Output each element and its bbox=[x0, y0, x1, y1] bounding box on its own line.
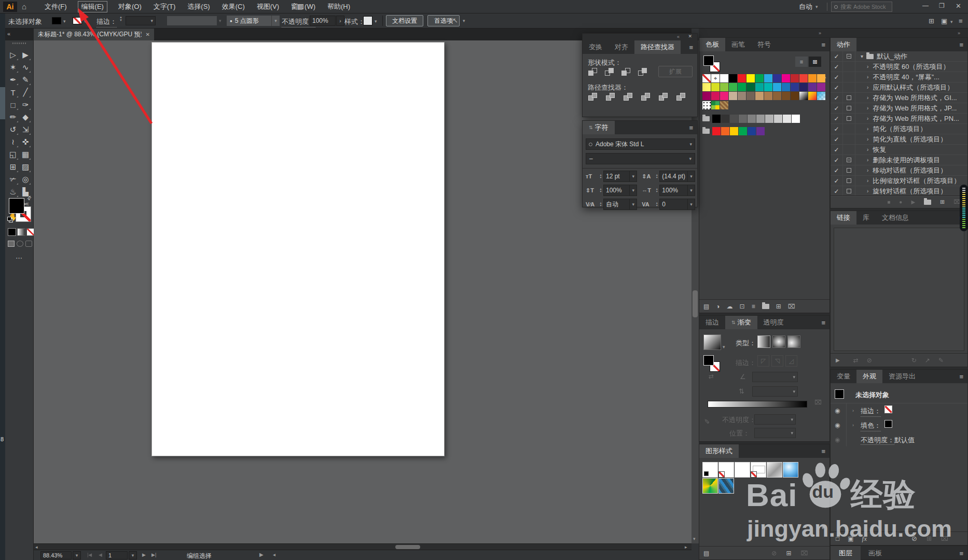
graphic-style-two-none[interactable] bbox=[751, 462, 766, 478]
appearance-stroke-swatch[interactable] bbox=[884, 405, 892, 413]
chevron-left-icon[interactable]: ◂ bbox=[273, 552, 275, 557]
panel-cycle-icon[interactable]: ⇅ bbox=[589, 125, 593, 130]
stepper-down-icon[interactable]: ▾ bbox=[598, 176, 603, 179]
panel-menu-icon[interactable]: ≡ bbox=[959, 550, 963, 557]
zoom-dropdown[interactable]: ▾ bbox=[73, 551, 81, 559]
action-dialog-toggle[interactable] bbox=[843, 124, 855, 134]
style-libraries-icon[interactable]: ▤ bbox=[703, 550, 709, 557]
swatch[interactable] bbox=[799, 74, 808, 82]
collapse-dock-icon[interactable]: » bbox=[819, 31, 821, 36]
width-tool[interactable]: ≀ bbox=[7, 136, 19, 148]
swatch[interactable] bbox=[720, 92, 728, 100]
new-style-icon[interactable]: ⊞ bbox=[786, 550, 791, 557]
action-item[interactable]: ›删除未使用的调板项目 bbox=[855, 155, 967, 165]
prev-artboard-icon[interactable]: ◀ bbox=[99, 552, 102, 557]
opacity-field[interactable]: 100% bbox=[310, 16, 336, 26]
expand-arrow-icon[interactable]: › bbox=[867, 188, 868, 194]
swatch[interactable] bbox=[782, 83, 790, 91]
font-size-stepper[interactable]: ▴▾ bbox=[598, 174, 603, 179]
swatch[interactable] bbox=[746, 92, 755, 100]
scroll-down-icon[interactable]: ▾ bbox=[693, 536, 696, 541]
draw-behind-button[interactable] bbox=[17, 241, 23, 247]
swatch[interactable] bbox=[782, 92, 790, 100]
appearance-stroke-label[interactable]: 描边： bbox=[861, 407, 881, 417]
appearance-fill-label[interactable]: 填色： bbox=[861, 421, 881, 431]
swatch[interactable] bbox=[720, 83, 728, 91]
action-toggle[interactable]: ✓ bbox=[831, 186, 843, 197]
gradient-button[interactable] bbox=[17, 228, 25, 236]
font-style-dropdown[interactable]: – ▾ bbox=[586, 153, 695, 164]
blend-tool[interactable]: ◎ bbox=[19, 173, 32, 186]
action-toggle[interactable]: ✓ bbox=[831, 176, 843, 186]
arrange-documents-icon[interactable]: ▦ bbox=[297, 3, 303, 10]
tab-artboards[interactable]: 画板 bbox=[861, 546, 890, 560]
brush-preset-dropdown[interactable]: ● 5 点圆形 bbox=[227, 16, 271, 26]
brush-preview-dropdown[interactable] bbox=[167, 16, 217, 25]
font-size-dropdown[interactable]: ▾ bbox=[630, 171, 637, 182]
scroll-left-icon[interactable]: ◂ bbox=[35, 544, 38, 550]
menu-item-8[interactable]: 窗口(W) bbox=[290, 1, 316, 12]
swatch[interactable] bbox=[739, 115, 747, 123]
swatch-kinds-icon[interactable]: ⊡ bbox=[740, 303, 745, 310]
menu-item-4[interactable]: 文字(T) bbox=[153, 1, 177, 12]
pen-tool[interactable]: ✒ bbox=[7, 74, 19, 86]
tab-align[interactable]: 对齐 bbox=[609, 40, 634, 54]
swatch[interactable] bbox=[712, 127, 721, 135]
lasso-tool[interactable]: ∿ bbox=[19, 61, 32, 74]
selection-tool[interactable]: ▷ bbox=[7, 49, 19, 61]
action-toggle[interactable]: ✓ bbox=[831, 62, 843, 72]
swatch[interactable] bbox=[773, 74, 781, 82]
action-item[interactable]: ›恢复 bbox=[855, 145, 967, 155]
new-stroke-icon[interactable]: □ bbox=[836, 535, 839, 542]
swatch-pattern-texture[interactable] bbox=[720, 101, 728, 109]
magic-wand-tool[interactable]: ✶ bbox=[7, 61, 19, 74]
action-dialog-toggle[interactable] bbox=[843, 155, 855, 165]
edge-widget[interactable] bbox=[960, 185, 968, 231]
swatch[interactable] bbox=[746, 74, 755, 82]
new-swatch-icon[interactable]: ⊞ bbox=[776, 303, 781, 310]
swatch[interactable] bbox=[799, 83, 808, 91]
minimize-button[interactable]: — bbox=[922, 2, 929, 9]
swatch[interactable] bbox=[783, 115, 791, 123]
first-artboard-icon[interactable]: |◀ bbox=[87, 552, 92, 557]
action-item[interactable]: ›不透明度 40，“屏幕”... bbox=[855, 72, 967, 82]
stroke-color-swatch[interactable] bbox=[73, 17, 82, 24]
crop-icon[interactable] bbox=[641, 92, 651, 101]
fx-icon[interactable]: fx bbox=[862, 535, 867, 543]
swatch[interactable] bbox=[755, 83, 764, 91]
divide-icon[interactable] bbox=[588, 92, 598, 101]
expand-arrow-icon[interactable]: › bbox=[867, 157, 868, 163]
radial-gradient-button[interactable] bbox=[772, 335, 785, 348]
artboard[interactable] bbox=[151, 42, 445, 456]
close-panel-icon[interactable]: ✕ bbox=[688, 34, 692, 39]
swatch-pattern-leaves[interactable] bbox=[711, 101, 720, 109]
expand-arrow-icon[interactable]: › bbox=[867, 95, 868, 101]
swatch[interactable] bbox=[817, 83, 825, 91]
collapse-panel-icon[interactable]: « bbox=[677, 34, 680, 39]
tab-brushes[interactable]: 画笔 bbox=[725, 38, 751, 51]
menu-item-7[interactable]: 视图(V) bbox=[256, 1, 280, 12]
exclude-icon[interactable] bbox=[638, 67, 648, 76]
action-toggle[interactable]: ✓ bbox=[831, 103, 843, 114]
scale-tool[interactable]: ⇲ bbox=[19, 123, 32, 136]
action-dialog-toggle[interactable] bbox=[843, 176, 855, 186]
expand-arrow-icon[interactable]: › bbox=[867, 167, 868, 173]
tab-variables[interactable]: 变量 bbox=[831, 370, 856, 383]
trash-icon[interactable]: ⌧ bbox=[788, 303, 795, 310]
swatch[interactable] bbox=[702, 92, 711, 100]
links-list[interactable] bbox=[834, 228, 964, 351]
paintbrush-tool[interactable]: ✑ bbox=[19, 99, 32, 111]
action-dialog-toggle[interactable] bbox=[843, 72, 855, 82]
action-item[interactable]: ›不透明度 60（所选项目） bbox=[855, 62, 967, 72]
opacity-label[interactable]: 不透明度： bbox=[861, 436, 894, 445]
kerning-stepper[interactable]: ▴▾ bbox=[598, 202, 603, 207]
swatch[interactable] bbox=[746, 83, 755, 91]
curvature-tool[interactable]: ✎ bbox=[19, 74, 32, 86]
chevron-down-icon[interactable]: ▾ bbox=[723, 344, 725, 349]
panel-menu-icon[interactable]: ≡ bbox=[689, 124, 693, 132]
last-artboard-icon[interactable]: ▶| bbox=[151, 552, 156, 557]
tab-layers[interactable]: 图层 bbox=[831, 546, 861, 560]
menu-item-3[interactable]: 对象(O) bbox=[117, 1, 143, 12]
mesh-tool[interactable]: ⊞ bbox=[7, 161, 19, 173]
outline-icon[interactable] bbox=[658, 92, 669, 101]
